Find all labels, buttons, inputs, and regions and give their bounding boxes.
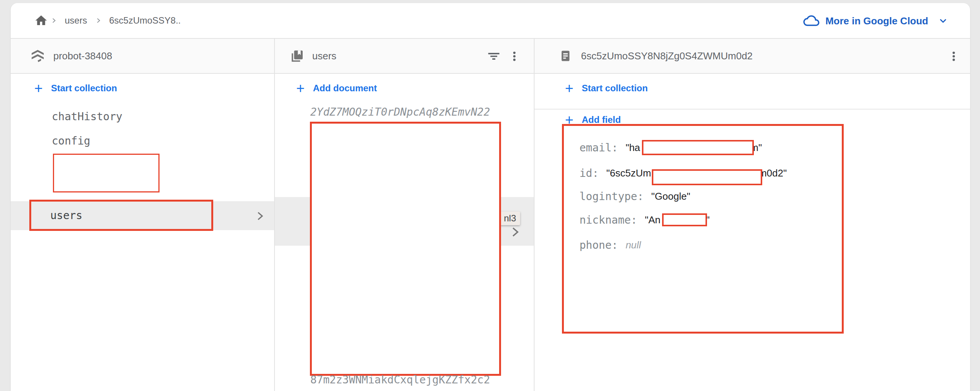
database-panel: probot-38408 + Start collection chatHist…: [11, 39, 275, 391]
field-row-nickname[interactable]: nickname: "An ": [579, 212, 710, 227]
redaction-box-nickname-value: [662, 213, 707, 226]
redaction-box-fields-outline: [562, 124, 844, 334]
collection-title: users: [312, 50, 337, 62]
field-value: "Google": [651, 191, 690, 202]
field-value-prefix: "An: [645, 214, 661, 226]
more-in-google-cloud-button[interactable]: More in Google Cloud: [803, 3, 948, 39]
chevron-right-icon: [508, 225, 522, 239]
database-title: probot-38408: [53, 50, 112, 62]
chevron-right-icon: [95, 17, 102, 24]
cloud-icon: [803, 15, 819, 27]
field-value-suffix: m0d2": [758, 167, 787, 179]
field-row-id[interactable]: id: "6sc5zUm m0d2": [579, 165, 787, 181]
document-panel: 6sc5zUmoSSY8N8jZg0S4ZWMUm0d2 + Start col…: [535, 39, 970, 391]
redaction-box-document-list: [310, 122, 501, 376]
collection-panel-header: users: [275, 39, 534, 74]
document-panel-header: 6sc5zUmoSSY8N8jZg0S4ZWMUm0d2: [535, 39, 970, 74]
field-value-prefix: "ha: [626, 142, 640, 154]
collection-item-chathistory[interactable]: chatHistory: [52, 110, 122, 123]
field-value-null: null: [626, 239, 641, 251]
redaction-box-id-value: [652, 169, 762, 185]
redaction-box: [53, 154, 160, 192]
kebab-menu-icon[interactable]: [508, 39, 521, 74]
add-document-label: Add document: [313, 83, 377, 94]
field-value-prefix: "6sc5zUm: [607, 167, 651, 179]
breadcrumb: users 6sc5zUmoSSY8.. More in Google Clou…: [11, 3, 970, 39]
collection-panel: users + Add document 2YdZ7MOQziT0rDNpcAq…: [275, 39, 535, 391]
breadcrumb-item-users[interactable]: users: [65, 15, 87, 26]
start-collection-button[interactable]: + Start collection: [563, 78, 648, 98]
document-title: 6sc5zUmoSSY8N8jZg0S4ZWMUm0d2: [581, 50, 753, 62]
field-key: logintype:: [579, 190, 644, 203]
chevron-down-icon: [938, 16, 948, 26]
field-key: phone:: [579, 239, 618, 251]
plus-icon: +: [32, 81, 45, 95]
more-in-google-cloud-label: More in Google Cloud: [825, 15, 928, 27]
doc-id-tooltip: nl3: [500, 211, 520, 225]
kebab-menu-icon[interactable]: [947, 39, 960, 74]
start-collection-label: Start collection: [51, 83, 117, 94]
field-key: nickname:: [579, 214, 637, 226]
database-panel-header: probot-38408: [11, 39, 274, 74]
database-panel-body: + Start collection chatHistory config us…: [11, 74, 274, 391]
breadcrumb-item-document[interactable]: 6sc5zUmoSSY8..: [109, 15, 181, 26]
add-field-label: Add field: [582, 114, 621, 125]
filter-icon[interactable]: [487, 39, 500, 74]
field-key: email:: [579, 141, 618, 154]
collection-panel-body: + Add document 2YdZ7MOQziT0rDNpcAq8zKEmv…: [275, 74, 534, 391]
document-id-item[interactable]: 87m2z3WNMiakdCxqlejgKZZfx2c2: [310, 374, 490, 386]
plus-icon: +: [563, 81, 576, 95]
add-document-button[interactable]: + Add document: [294, 78, 377, 98]
redaction-box-email-value: [642, 140, 754, 155]
document-panel-body: + Start collection + Add field email: "h…: [535, 74, 970, 391]
start-collection-button[interactable]: + Start collection: [32, 78, 117, 98]
field-row-logintype[interactable]: logintype: "Google": [579, 189, 690, 204]
field-key: id:: [579, 167, 599, 180]
document-id-item[interactable]: 2YdZ7MOQziT0rDNpcAq8zKEmvN22: [310, 106, 490, 118]
collection-item-config[interactable]: config: [52, 135, 90, 147]
collection-icon: [290, 49, 304, 63]
start-collection-label: Start collection: [582, 83, 648, 94]
field-row-email[interactable]: email: "ha m": [579, 140, 762, 155]
field-row-phone[interactable]: phone: null: [579, 237, 641, 253]
document-icon: [559, 49, 572, 62]
chevron-right-icon: [50, 17, 57, 24]
section-divider: [535, 109, 970, 110]
home-icon[interactable]: [34, 14, 48, 27]
collection-item-users[interactable]: users: [50, 209, 82, 222]
chevron-right-icon: [254, 210, 266, 222]
plus-icon: +: [294, 81, 307, 95]
console-card: users 6sc5zUmoSSY8.. More in Google Clou…: [11, 3, 970, 391]
redaction-box-selected-collection: users: [29, 200, 213, 231]
firestore-database-icon: [30, 49, 45, 63]
